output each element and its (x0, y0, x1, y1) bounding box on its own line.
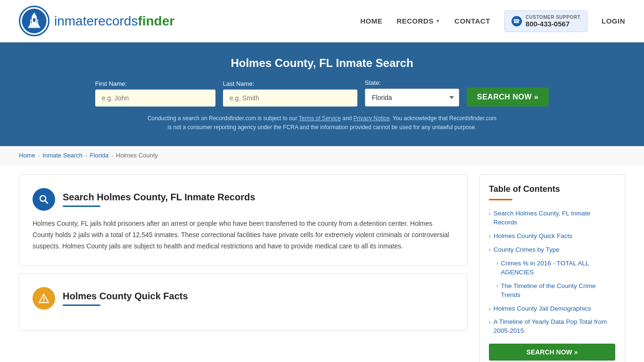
nav-contact[interactable]: CONTACT (454, 17, 490, 25)
toc-item-6[interactable]: › Holmes County Jail Demographics (489, 302, 615, 316)
chevron-down-icon: ▼ (436, 18, 440, 24)
hero-disclaimer: Conducting a search on Recordsfinder.com… (145, 114, 499, 132)
section1-underline (63, 206, 100, 207)
first-name-label: First Name: (95, 80, 127, 87)
section-inmate-records: Search Holmes County, FL Inmate Records … (19, 174, 468, 265)
svg-line-12 (45, 201, 48, 204)
toc-item-2[interactable]: › Holmes County Quick Facts (489, 230, 615, 243)
headset-icon: ☎ (512, 16, 522, 26)
support-number: 800-433-0567 (526, 20, 580, 28)
chevron-right-icon: › (489, 319, 491, 326)
content-area: Search Holmes County, FL Inmate Records … (19, 174, 479, 362)
search-button[interactable]: SEARCH NOW » (467, 88, 549, 107)
toc-item-5-sub[interactable]: › The Timeline of the County Crime Trend… (489, 280, 615, 302)
section-quick-facts: Holmes County Quick Facts (19, 273, 468, 331)
toc-search-button[interactable]: SEARCH NOW » (489, 344, 615, 361)
main-nav: HOME RECORDS ▼ CONTACT ☎ CUSTOMER SUPPOR… (360, 10, 625, 32)
chevron-right-icon: › (496, 260, 498, 267)
toc-underline (489, 199, 512, 200)
toc-title: Table of Contents (489, 184, 615, 194)
last-name-label: Last Name: (223, 80, 254, 87)
chevron-right-icon: › (489, 210, 491, 217)
svg-rect-2 (30, 24, 38, 25)
last-name-input[interactable] (223, 90, 357, 107)
section2-header: Holmes County Quick Facts (33, 287, 454, 310)
toc-item-1[interactable]: › Search Holmes County, FL Inmate Record… (489, 207, 615, 230)
svg-rect-8 (37, 19, 38, 24)
state-select[interactable]: Florida (365, 89, 459, 107)
toc-item-3[interactable]: › County Crimes by Type (489, 243, 615, 257)
search-icon-circle (33, 188, 55, 211)
svg-rect-10 (28, 26, 41, 28)
first-name-group: First Name: (95, 80, 215, 107)
breadcrumb: Home › Inmate Search › Florida › Holmes … (0, 146, 644, 165)
toc-item-4-sub[interactable]: › Crimes % in 2016 - TOTAL ALL AGENCIES (489, 257, 615, 280)
hero-section: Holmes County, FL Inmate Search First Na… (0, 42, 644, 146)
svg-rect-4 (33, 18, 36, 22)
state-label: State: (365, 79, 381, 86)
breadcrumb-inmate-search[interactable]: Inmate Search (42, 152, 83, 159)
chevron-right-icon: › (496, 283, 498, 289)
nav-records[interactable]: RECORDS ▼ (396, 17, 440, 25)
search-form: First Name: Last Name: State: Florida SE… (19, 79, 625, 107)
breadcrumb-sep-3: › (111, 153, 113, 158)
main-content: Search Holmes County, FL Inmate Records … (0, 165, 644, 362)
breadcrumb-current: Holmes County (116, 152, 158, 159)
page-header: inmaterecordsfinder HOME RECORDS ▼ CONTA… (0, 0, 644, 42)
svg-point-15 (43, 301, 44, 302)
chevron-right-icon: › (489, 233, 491, 240)
section1-header: Search Holmes County, FL Inmate Records (33, 188, 454, 211)
svg-rect-5 (30, 19, 31, 24)
section1-title: Search Holmes County, FL Inmate Records (63, 192, 255, 203)
logo-area: inmaterecordsfinder (19, 6, 174, 36)
section1-body: Holmes County, FL jails hold prisoners a… (33, 218, 454, 252)
toc-item-7[interactable]: › A Timeline of Yearly Data Pop Total fr… (489, 315, 615, 338)
privacy-link[interactable]: Privacy Notice (354, 115, 390, 122)
breadcrumb-florida[interactable]: Florida (90, 152, 109, 159)
customer-support-box: ☎ CUSTOMER SUPPORT 800-433-0567 (504, 10, 587, 32)
nav-login[interactable]: LOGIN (602, 17, 625, 25)
section2-title: Holmes County Quick Facts (63, 291, 188, 302)
sidebar: Table of Contents › Search Holmes County… (479, 174, 625, 362)
section2-underline (63, 304, 100, 306)
first-name-input[interactable] (95, 90, 215, 107)
logo-icon (19, 6, 50, 36)
logo-text: inmaterecordsfinder (54, 14, 174, 29)
breadcrumb-sep-2: › (85, 153, 87, 158)
state-group: State: Florida (365, 79, 459, 107)
nav-home[interactable]: HOME (360, 17, 382, 25)
svg-rect-6 (32, 19, 33, 24)
chevron-right-icon: › (489, 247, 491, 254)
svg-rect-7 (35, 19, 36, 24)
terms-link[interactable]: Terms of Service (299, 115, 341, 122)
chevron-right-icon: › (489, 305, 491, 313)
warning-icon-circle (33, 287, 55, 310)
breadcrumb-home[interactable]: Home (19, 152, 35, 159)
last-name-group: Last Name: (223, 80, 357, 107)
hero-title: Holmes County, FL Inmate Search (19, 57, 625, 70)
breadcrumb-sep-1: › (38, 153, 40, 158)
toc-box: Table of Contents › Search Holmes County… (479, 174, 625, 362)
support-label: CUSTOMER SUPPORT (526, 15, 580, 20)
svg-rect-9 (29, 25, 40, 27)
